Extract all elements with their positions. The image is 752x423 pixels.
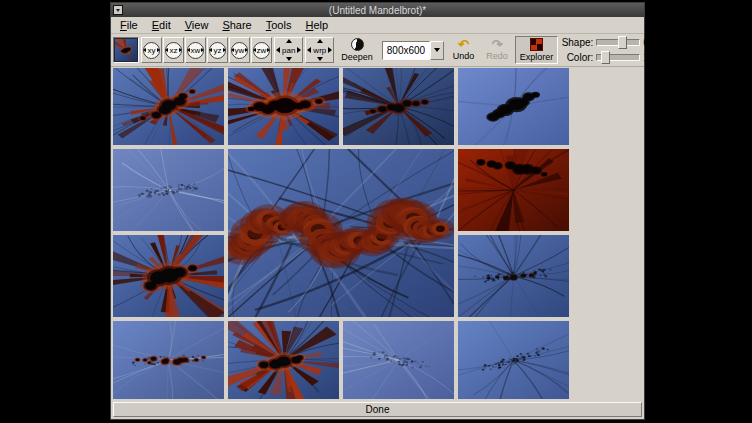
chevron-down-icon <box>434 48 440 52</box>
menu-view[interactable]: View <box>178 18 216 32</box>
shape-slider-handle[interactable] <box>618 36 627 49</box>
explorer-mutation-tile[interactable] <box>113 235 224 317</box>
explorer-mutation-tile[interactable] <box>228 321 339 399</box>
rotate-zw-button[interactable]: zw <box>251 37 272 63</box>
menu-share[interactable]: Share <box>215 18 258 32</box>
weirdness-sliders: Shape: 61.3 Color: 11.8 <box>560 37 667 63</box>
status-text: Done <box>366 404 390 415</box>
shape-label: Shape: <box>560 37 593 48</box>
titlebar[interactable]: (Untitled Mandelbrot)* <box>111 3 644 17</box>
rotate-xy-button[interactable]: xy <box>141 37 162 63</box>
warp-control[interactable]: wrp <box>305 37 334 63</box>
rotate-label: zw <box>257 46 267 55</box>
fractal-preview-image <box>115 39 137 61</box>
explorer-mutation-tile[interactable] <box>458 149 569 231</box>
status-bar: Done <box>113 402 642 417</box>
explorer-mutation-tile[interactable] <box>228 68 339 145</box>
pan-control[interactable]: pan <box>274 37 303 63</box>
warp-up-icon <box>317 39 323 43</box>
warp-left-icon <box>307 47 311 53</box>
explorer-grid <box>113 68 642 399</box>
menubar: File Edit View Share Tools Help <box>111 17 644 34</box>
warp-down-icon <box>317 57 323 61</box>
explorer-label: Explorer <box>520 52 554 62</box>
redo-label: Redo <box>486 51 508 61</box>
left-arrow-icon <box>231 48 234 52</box>
right-arrow-icon <box>245 48 248 52</box>
toolbar: xy xz xw yz yw zw pan wrp Deepen 800x600… <box>111 34 644 67</box>
explorer-area <box>111 67 644 402</box>
explorer-mutation-tile[interactable] <box>113 321 224 399</box>
left-arrow-icon <box>143 48 146 52</box>
color-value: 11.8 <box>643 52 665 63</box>
undo-icon: ↶ <box>458 39 469 50</box>
left-arrow-icon <box>209 48 212 52</box>
undo-label: Undo <box>453 51 475 61</box>
color-label: Color: <box>560 52 593 63</box>
redo-button[interactable]: ↷ Redo <box>481 36 513 64</box>
pan-up-icon <box>286 39 292 43</box>
menu-file[interactable]: File <box>113 18 145 32</box>
right-arrow-icon <box>267 48 270 52</box>
rotation-controls: xy xz xw yz yw zw <box>141 37 272 63</box>
explorer-toggle-button[interactable]: Explorer <box>515 36 559 64</box>
rotate-label: yw <box>235 46 245 55</box>
rotate-xz-button[interactable]: xz <box>163 37 184 63</box>
warp-label: wrp <box>313 46 326 55</box>
explorer-mutation-tile[interactable] <box>343 68 454 145</box>
rotate-xw-button[interactable]: xw <box>185 37 206 63</box>
right-arrow-icon <box>157 48 160 52</box>
explorer-mutation-tile[interactable] <box>113 149 224 231</box>
resolution-dropdown-button[interactable] <box>430 41 444 60</box>
right-arrow-icon <box>179 48 182 52</box>
rotate-yw-button[interactable]: yw <box>229 37 250 63</box>
rotate-label: xz <box>170 46 178 55</box>
deepen-icon <box>351 38 364 51</box>
rotate-yz-button[interactable]: yz <box>207 37 228 63</box>
color-slider[interactable] <box>596 54 640 61</box>
deepen-button[interactable]: Deepen <box>336 36 378 64</box>
explorer-mutation-tile[interactable] <box>458 321 569 399</box>
shape-value: 61.3 <box>643 37 665 48</box>
resolution-select[interactable]: 800x600 <box>382 41 444 60</box>
undo-button[interactable]: ↶ Undo <box>448 36 480 64</box>
pan-down-icon <box>286 57 292 61</box>
deepen-label: Deepen <box>341 52 373 62</box>
redo-icon: ↷ <box>492 39 503 50</box>
right-arrow-icon <box>223 48 226 52</box>
resolution-value: 800x600 <box>382 41 430 60</box>
menu-tools[interactable]: Tools <box>259 18 299 32</box>
left-arrow-icon <box>253 48 256 52</box>
left-arrow-icon <box>165 48 168 52</box>
rotate-label: xy <box>148 46 156 55</box>
menu-edit[interactable]: Edit <box>145 18 178 32</box>
explorer-main-view[interactable] <box>228 149 454 317</box>
color-slider-handle[interactable] <box>601 51 610 64</box>
explorer-mutation-tile[interactable] <box>113 68 224 145</box>
pan-right-icon <box>297 47 301 53</box>
window-title: (Untitled Mandelbrot)* <box>111 5 644 16</box>
warp-right-icon <box>328 47 332 53</box>
explorer-icon <box>530 38 543 51</box>
explorer-mutation-tile[interactable] <box>458 235 569 317</box>
rotate-label: yz <box>214 46 222 55</box>
left-arrow-icon <box>187 48 190 52</box>
shape-slider[interactable] <box>596 39 640 46</box>
window-menu-icon[interactable] <box>113 5 123 15</box>
app-window: (Untitled Mandelbrot)* File Edit View Sh… <box>110 2 645 420</box>
right-arrow-icon <box>201 48 204 52</box>
explorer-mutation-tile[interactable] <box>343 321 454 399</box>
menu-help[interactable]: Help <box>298 18 335 32</box>
pan-left-icon <box>276 47 280 53</box>
fractal-preview[interactable] <box>113 37 139 63</box>
explorer-mutation-tile[interactable] <box>458 68 569 145</box>
rotate-label: xw <box>191 46 201 55</box>
pan-label: pan <box>282 46 295 55</box>
